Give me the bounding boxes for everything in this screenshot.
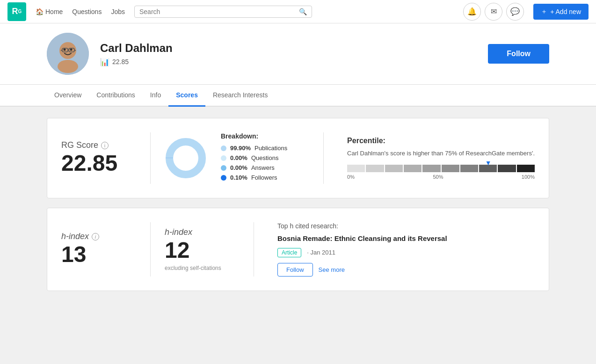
logo-icon: RG <box>7 2 26 21</box>
tab-overview[interactable]: Overview <box>47 85 89 107</box>
bar-seg-3 <box>385 165 403 172</box>
mail-button[interactable]: ✉ <box>485 3 502 21</box>
score-value: 22.85 <box>112 58 129 66</box>
nav-questions[interactable]: Questions <box>72 8 102 15</box>
svg-line-8 <box>61 50 62 51</box>
article-title: Bosnia Remade: Ethnic Cleansing and its … <box>277 233 535 243</box>
bar-seg-10 <box>517 165 535 172</box>
avatar <box>47 33 89 75</box>
follow-button[interactable]: Follow <box>488 44 549 64</box>
hindex2-label: h-index <box>165 227 240 237</box>
hindex-right: h-index 12 excluding self-citations <box>165 222 240 277</box>
nav-home[interactable]: 🏠 Home <box>36 8 63 15</box>
hindex-left: h-index i 13 <box>61 222 136 277</box>
dot-answers <box>221 165 226 171</box>
bell-button[interactable]: 🔔 <box>463 3 481 21</box>
hindex-label: h-index i <box>61 232 136 241</box>
search-bar: 🔍 <box>134 6 312 18</box>
bar-seg-4 <box>404 165 422 172</box>
see-more-link[interactable]: See more <box>319 266 345 273</box>
hindex2-value: 12 <box>165 237 240 263</box>
donut-chart <box>165 137 207 179</box>
article-date: · Jan 2011 <box>307 249 335 256</box>
main-content: RG Score i 22.85 Breakdown: <box>0 107 596 364</box>
dot-followers <box>221 175 226 181</box>
divider-v1 <box>150 132 151 184</box>
percentile-arrow: ▼ <box>485 159 492 167</box>
bar-seg-1 <box>347 165 365 172</box>
score-number: 22.85 <box>61 150 136 176</box>
svg-point-11 <box>169 142 202 175</box>
percentile-text: Carl Dahlman's score is higher than 75% … <box>347 149 535 158</box>
profile-info: Carl Dahlman 📊 22.85 <box>100 42 488 66</box>
add-new-button[interactable]: ＋ + Add new <box>533 4 589 20</box>
divider-v4 <box>254 222 254 277</box>
breakdown-item-questions: 0.00% Questions <box>221 154 287 161</box>
score-bar-icon: 📊 <box>100 58 109 66</box>
top-cited-label: Top h cited research: <box>277 222 535 230</box>
svg-point-3 <box>64 49 66 51</box>
mail-icon: ✉ <box>491 7 497 16</box>
nav-links: 🏠 Home Questions Jobs <box>36 8 125 15</box>
breakdown-section: Breakdown: 99.90% Publications 0.00% Que… <box>165 132 309 184</box>
chat-icon: 💬 <box>510 7 520 16</box>
percentile-bar <box>347 165 535 172</box>
bar-seg-5 <box>422 165 440 172</box>
breakdown-label: Breakdown: <box>221 132 287 140</box>
profile-header: Carl Dahlman 📊 22.85 Follow <box>0 23 596 85</box>
tab-research-interests[interactable]: Research Interests <box>205 85 276 107</box>
home-icon: 🏠 <box>36 8 44 15</box>
bell-icon: 🔔 <box>467 7 477 16</box>
score-label: RG Score i <box>61 140 136 150</box>
plus-icon: ＋ <box>541 7 547 16</box>
search-icon: 🔍 <box>299 8 307 15</box>
score-info-icon[interactable]: i <box>101 142 109 149</box>
bar-seg-9 <box>498 165 516 172</box>
rg-score-card: RG Score i 22.85 Breakdown: <box>47 118 549 198</box>
bar-labels: 0% 50% 100% <box>347 174 535 180</box>
breakdown-list: Breakdown: 99.90% Publications 0.00% Que… <box>221 132 287 184</box>
tab-info[interactable]: Info <box>143 85 168 107</box>
svg-line-9 <box>74 50 76 51</box>
tab-contributions[interactable]: Contributions <box>89 85 143 107</box>
chat-button[interactable]: 💬 <box>506 3 524 21</box>
logo-g: G <box>18 9 22 14</box>
profile-name: Carl Dahlman <box>100 42 488 55</box>
hindex-info-icon[interactable]: i <box>92 233 99 240</box>
tab-scores[interactable]: Scores <box>168 85 205 107</box>
hindex-card: h-index i 13 h-index 12 excluding self-c… <box>47 208 549 291</box>
hindex-value: 13 <box>61 241 136 267</box>
search-input[interactable] <box>139 8 299 15</box>
breakdown-item-followers: 0.10% Followers <box>221 174 287 181</box>
bar-seg-6 <box>442 165 459 172</box>
divider-v3 <box>150 222 151 277</box>
divider-v2 <box>323 132 324 184</box>
dot-publications <box>221 146 226 151</box>
top-cited-section: Top h cited research: Bosnia Remade: Eth… <box>277 222 535 277</box>
tabs-bar: Overview Contributions Info Scores Resea… <box>0 85 596 107</box>
svg-point-4 <box>70 49 73 51</box>
hindex2-sub: excluding self-citations <box>165 265 240 271</box>
profile-score: 📊 22.85 <box>100 58 488 66</box>
logo-r: R <box>12 7 18 16</box>
percentile-title: Percentile: <box>347 137 535 145</box>
article-follow-button[interactable]: Follow <box>277 263 313 277</box>
article-type-badge: Article <box>277 248 301 257</box>
rg-score-section: RG Score i 22.85 <box>61 132 136 184</box>
breakdown-item-answers: 0.00% Answers <box>221 164 287 171</box>
percentile-bar-wrap: ▼ 0% 50% 100% <box>347 165 535 180</box>
bar-seg-2 <box>366 165 384 172</box>
article-meta: Article · Jan 2011 <box>277 248 535 257</box>
svg-point-2 <box>58 60 78 73</box>
nav-icons: 🔔 ✉ 💬 ＋ + Add new <box>463 3 589 21</box>
breakdown-item-publications: 99.90% Publications <box>221 145 287 152</box>
percentile-section: Percentile: Carl Dahlman's score is high… <box>347 132 535 184</box>
cited-actions: Follow See more <box>277 263 535 277</box>
dot-questions <box>221 155 226 161</box>
bar-seg-7 <box>460 165 478 172</box>
topnav: RG 🏠 Home Questions Jobs 🔍 🔔 ✉ 💬 ＋ + Add… <box>0 0 596 23</box>
nav-jobs[interactable]: Jobs <box>111 8 125 15</box>
